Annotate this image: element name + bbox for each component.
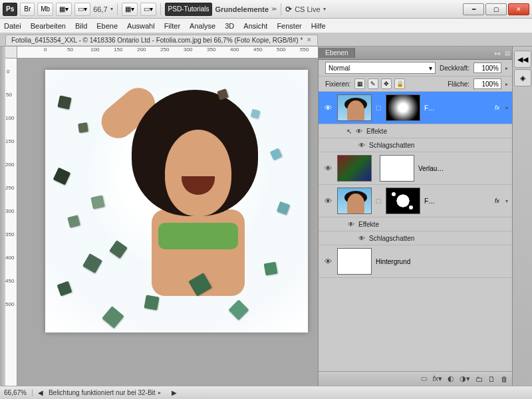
cslive-label[interactable]: CS Live [295, 5, 321, 13]
minimize-button[interactable]: ━ [463, 3, 484, 15]
app-icon[interactable]: Ps [3, 3, 17, 16]
document-tab[interactable]: Fotolia_6415354_XXL - © 1418336 Ontario … [5, 35, 318, 45]
layer-name: F… [424, 198, 489, 205]
layers-list: 👁 ⬚ F… fx ▾ ↖ 👁 Effekte 👁 Schlagschatten… [319, 92, 512, 371]
delete-layer-icon[interactable]: 🗑 [501, 375, 508, 383]
menu-filter[interactable]: Filter [164, 22, 180, 30]
tab-ebenen[interactable]: Ebenen [319, 48, 355, 58]
menu-bild[interactable]: Bild [75, 22, 87, 30]
effects-header[interactable]: ↖ 👁 Effekte [319, 124, 512, 138]
menu-3d[interactable]: 3D [225, 22, 234, 30]
tab-close-icon[interactable]: ✕ [307, 37, 312, 43]
status-nav-right-icon[interactable]: ▶ [172, 389, 177, 396]
visibility-toggle-icon[interactable]: 👁 [323, 256, 333, 267]
menu-ebene[interactable]: Ebene [96, 22, 118, 30]
status-nav-left-icon[interactable]: ◀ [38, 389, 43, 396]
visibility-toggle-icon[interactable]: 👁 [323, 163, 333, 174]
effect-row[interactable]: 👁 Schlagschatten [319, 138, 512, 152]
link-icon: ⬚ [376, 104, 382, 111]
panel-menu-icon[interactable]: ▤ [503, 50, 512, 57]
add-fx-icon[interactable]: fx▾ [432, 374, 442, 383]
ruler-horizontal[interactable]: 0 50 100 150 200 250 300 350 400 450 500… [17, 47, 318, 59]
cslive-refresh-icon[interactable]: ⟳ [285, 5, 292, 14]
fx-badge[interactable]: fx [493, 104, 501, 111]
ruler-icon[interactable]: ▭▾ [140, 3, 156, 16]
visibility-toggle-icon[interactable]: 👁 [323, 196, 333, 206]
menu-hilfe[interactable]: Hilfe [311, 22, 326, 30]
add-mask-icon[interactable]: ◐ [448, 374, 454, 383]
effects-visibility-icon[interactable]: 👁 [346, 219, 356, 229]
fx-badge[interactable]: fx [493, 198, 501, 204]
menu-analyse[interactable]: Analyse [190, 22, 215, 30]
lock-all-icon[interactable]: 🔒 [394, 78, 405, 89]
menu-datei[interactable]: Datei [4, 22, 21, 30]
cslive-dropdown-icon[interactable]: ▾ [323, 6, 326, 12]
lock-transparent-icon[interactable]: ▦ [354, 78, 365, 89]
layer-row[interactable]: 👁 ⬚ F… fx ▾ [319, 92, 512, 124]
menu-ansicht[interactable]: Ansicht [243, 22, 267, 30]
blend-mode-dropdown[interactable]: Normal▾ [325, 62, 436, 74]
new-layer-icon[interactable]: 🗋 [488, 375, 495, 383]
grid-icon[interactable]: ▦▾ [122, 3, 138, 16]
mask-thumb[interactable] [386, 188, 420, 214]
maximize-button[interactable]: ▢ [485, 3, 507, 15]
add-adjustment-icon[interactable]: ◑▾ [460, 374, 470, 383]
workspace-more-icon[interactable]: ≫ [271, 6, 277, 12]
document-tab-bar: Fotolia_6415354_XXL - © 1418336 Ontario … [0, 33, 532, 47]
bridge-button[interactable]: Br [20, 3, 35, 16]
workspace-label[interactable]: Grundelemente [215, 5, 269, 13]
ruler-origin[interactable] [5, 47, 17, 59]
layers-dock-icon[interactable]: ◈ [514, 69, 531, 86]
link-layers-icon[interactable]: ⬭ [421, 374, 427, 383]
menu-fenster[interactable]: Fenster [277, 22, 301, 30]
layer-name: F… [424, 104, 489, 112]
psd-tutorials-button[interactable]: PSD-Tutorials [165, 3, 213, 16]
arrange-docs-icon[interactable]: ▦▾ [56, 3, 72, 16]
opacity-input[interactable]: 100% [473, 63, 501, 73]
layers-panel-footer: ⬭ fx▾ ◐ ◑▾ 🗀 🗋 🗑 [319, 371, 512, 386]
layer-thumb[interactable] [337, 248, 372, 275]
fill-label: Fläche: [448, 80, 469, 88]
lock-pixels-icon[interactable]: ✎ [368, 78, 378, 89]
visibility-toggle-icon[interactable]: 👁 [323, 102, 333, 113]
lock-position-icon[interactable]: ✥ [381, 78, 392, 89]
new-group-icon[interactable]: 🗀 [475, 375, 483, 383]
fill-slider-icon[interactable]: ▸ [505, 81, 508, 87]
ruler-vertical[interactable]: 0 50 100 150 200 250 300 350 400 450 500 [5, 59, 17, 386]
status-menu-icon[interactable]: ▸ [158, 390, 161, 396]
canvas-area: 0 50 100 150 200 250 300 350 400 450 500… [5, 47, 318, 386]
fx-expand-icon[interactable]: ▾ [505, 198, 508, 204]
effect-visibility-icon[interactable]: 👁 [357, 140, 366, 150]
layers-panel: Ebenen ▸▸ ▤ Normal▾ Deckkraft: 100% ▸ Fi… [318, 47, 512, 386]
mask-thumb[interactable] [386, 94, 420, 121]
close-button[interactable]: ✕ [508, 3, 529, 15]
left-gutter [0, 47, 5, 386]
adjustment-thumb[interactable] [337, 155, 372, 182]
effects-header[interactable]: 👁 Effekte [319, 217, 512, 231]
screenmode-icon[interactable]: ▭▾ [74, 3, 90, 16]
effect-visibility-icon[interactable]: 👁 [357, 233, 366, 243]
status-zoom[interactable]: 66,67% [4, 389, 33, 396]
opacity-label: Deckkraft: [440, 65, 469, 72]
layer-name: Verlau… [418, 165, 508, 172]
fx-expand-icon[interactable]: ▾ [505, 105, 508, 111]
minibridge-button[interactable]: Mb [37, 3, 53, 16]
panel-collapse-icon[interactable]: ▸▸ [493, 50, 503, 57]
layer-thumb[interactable] [337, 94, 372, 121]
canvas[interactable] [45, 70, 308, 332]
zoom-dropdown-icon[interactable]: ▾ [110, 6, 113, 12]
layer-row[interactable]: 👁 Hintergrund [319, 245, 512, 278]
layer-thumb[interactable] [337, 188, 372, 214]
menu-bearbeiten[interactable]: Bearbeiten [31, 22, 66, 30]
menu-auswahl[interactable]: Auswahl [127, 22, 155, 30]
effect-row[interactable]: 👁 Schlagschatten [319, 231, 512, 245]
menu-bar: Datei Bearbeiten Bild Ebene Auswahl Filt… [0, 19, 532, 33]
fill-input[interactable]: 100% [473, 78, 501, 89]
layer-row[interactable]: 👁 ⬚ F… fx ▾ [319, 185, 512, 217]
effects-visibility-icon[interactable]: 👁 [354, 126, 364, 136]
layer-row[interactable]: 👁 Verlau… [319, 152, 512, 185]
dock-collapse-icon[interactable]: ◀◀ [514, 51, 531, 68]
mask-thumb[interactable] [380, 155, 414, 182]
dock-column: ◀◀ ◈ [512, 47, 532, 386]
opacity-slider-icon[interactable]: ▸ [505, 65, 508, 71]
